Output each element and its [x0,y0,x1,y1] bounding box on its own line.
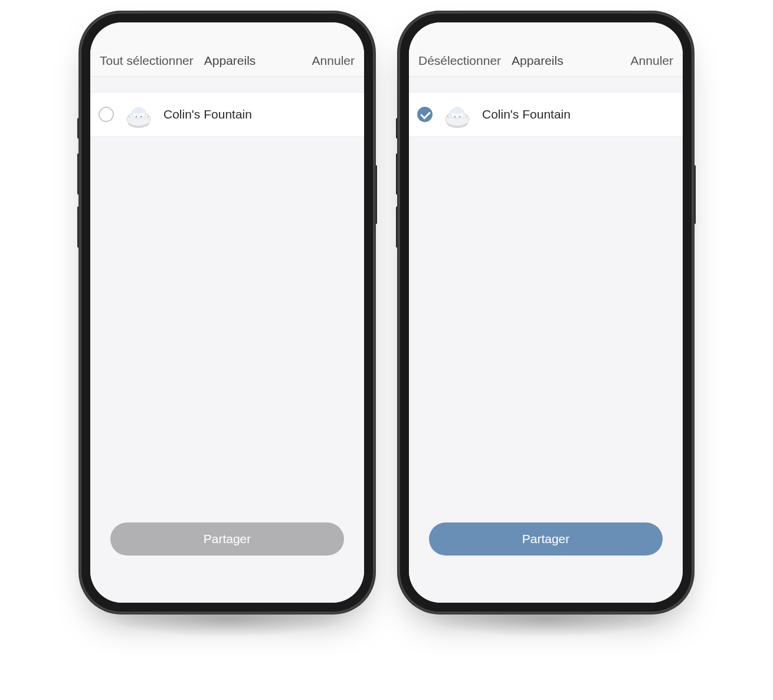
phone-screen: Tout sélectionner Appareils Annuler [90,22,364,603]
section-spacer [409,77,683,92]
phone-mockup-right: Désélectionner Appareils Annuler [398,12,693,613]
navigation-bar: Tout sélectionner Appareils Annuler [90,22,364,77]
svg-point-2 [132,108,145,114]
select-all-button[interactable]: Tout sélectionner [100,54,194,68]
section-spacer [90,77,364,92]
svg-point-7 [451,108,464,114]
share-button[interactable]: Partager [110,522,344,556]
phone-screen: Désélectionner Appareils Annuler [409,22,683,603]
deselect-all-button[interactable]: Désélectionner [418,54,501,68]
nav-left-group: Désélectionner Appareils [418,54,564,68]
nav-left-group: Tout sélectionner Appareils [100,54,256,68]
empty-content-area [90,137,364,522]
device-list-item[interactable]: Colin's Fountain [90,92,364,137]
svg-point-9 [459,116,461,118]
page-title: Appareils [512,54,564,68]
phone-mockup-left: Tout sélectionner Appareils Annuler [80,12,375,613]
phone-frame: Désélectionner Appareils Annuler [398,12,693,613]
share-button[interactable]: Partager [429,522,663,556]
cancel-button[interactable]: Annuler [312,54,355,68]
svg-point-8 [454,116,456,118]
device-list-item[interactable]: Colin's Fountain [409,92,683,137]
footer-area: Partager [409,522,683,603]
phone-frame: Tout sélectionner Appareils Annuler [80,12,375,613]
device-name-label: Colin's Fountain [482,107,571,121]
footer-area: Partager [90,522,364,603]
cancel-button[interactable]: Annuler [631,54,673,68]
svg-point-3 [136,116,137,118]
navigation-bar: Désélectionner Appareils Annuler [409,22,683,77]
svg-point-4 [140,116,142,118]
device-checkbox[interactable] [99,107,114,122]
device-checkbox[interactable] [417,107,433,122]
device-name-label: Colin's Fountain [163,107,252,121]
fountain-icon [442,99,473,130]
fountain-icon [123,99,154,130]
empty-content-area [409,137,683,522]
page-title: Appareils [204,54,256,68]
